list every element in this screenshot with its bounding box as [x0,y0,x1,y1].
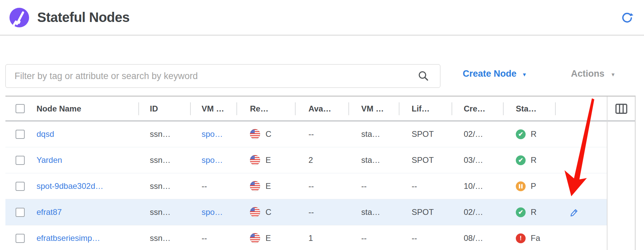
lifecycle-cell: SPOT [399,147,452,173]
vm-status-cell: sta… [348,199,399,225]
table-row[interactable]: efratbseriesimp… ssn… -- E 1 -- -- 08/… … [5,225,607,250]
lifecycle-cell: -- [399,225,452,250]
status-icon: ✔ [516,129,526,139]
availability-cell: -- [295,121,348,147]
status-icon: ✔ [516,207,526,217]
col-header-node-name[interactable]: Node Name [31,97,138,121]
row-actions-cell [555,147,607,173]
created-cell: 02/… [452,199,503,225]
region-label: E [266,233,271,243]
status-label: R [531,129,536,139]
create-node-label: Create Node [463,69,516,79]
col-header-vm[interactable]: VM … [190,97,236,121]
region-cell: C [236,199,295,225]
table-header-row: Node Name ID VM … Re… Ava… VM … Lif… Cre… [5,97,607,121]
refresh-button[interactable] [620,10,635,25]
row-select-cell [5,147,31,173]
vm-status-cell: sta… [348,121,399,147]
row-actions-cell [555,199,607,225]
col-header-region[interactable]: Re… [236,97,295,121]
create-node-button[interactable]: Create Node ▼ [463,69,527,79]
actions-button[interactable]: Actions ▼ [571,69,616,79]
table-body: dqsd ssn… spo… C -- sta… SPOT 02/… ✔ R Y… [5,121,607,250]
region-label: C [266,207,271,217]
col-header-id[interactable]: ID [138,97,190,121]
vm-cell: spo… [190,147,236,173]
row-checkbox[interactable] [16,130,25,139]
node-name-link[interactable]: dqsd [31,121,138,147]
vm-cell: spo… [190,121,236,147]
availability-cell: 2 [295,147,348,173]
row-select-cell [5,199,31,225]
spot-logo-icon [9,8,29,27]
created-cell: 03/… [452,147,503,173]
node-name-link[interactable]: efratbseriesimp… [31,225,138,250]
col-header-availability[interactable]: Ava… [295,97,348,121]
toolbar: Create Node ▼ Actions ▼ [0,35,644,96]
status-label: R [531,207,536,217]
vm-status-cell: sta… [348,147,399,173]
page-title: Stateful Nodes [37,10,130,25]
vm-cell: -- [190,173,236,199]
status-cell: ✔ R [503,121,555,147]
table-row[interactable]: efrat87 ssn… spo… C -- sta… SPOT 02/… ✔ … [5,199,607,225]
node-id-cell: ssn… [138,147,190,173]
region-cell: C [236,121,295,147]
column-picker-icon[interactable] [615,102,628,115]
edit-pencil-icon[interactable] [569,207,579,217]
status-label: Fa [531,233,540,243]
region-cell: E [236,225,295,250]
node-id-cell: ssn… [138,121,190,147]
created-cell: 10/… [452,173,503,199]
row-checkbox[interactable] [16,156,25,165]
row-actions-cell [555,225,607,250]
status-icon: ! [516,233,526,243]
col-header-actions [555,97,607,121]
status-cell: P [503,173,555,199]
us-flag-icon [250,155,260,165]
select-all-checkbox[interactable] [16,104,25,113]
status-icon: ✔ [516,155,526,165]
vm-cell: spo… [190,199,236,225]
node-name-link[interactable]: spot-9dbae302d… [31,173,138,199]
actions-label: Actions [571,69,604,79]
col-header-vm-status[interactable]: VM … [348,97,399,121]
availability-cell: 1 [295,225,348,250]
lifecycle-cell: SPOT [399,199,452,225]
table-row[interactable]: dqsd ssn… spo… C -- sta… SPOT 02/… ✔ R [5,121,607,147]
col-header-status[interactable]: Sta… [503,97,555,121]
col-header-lifecycle[interactable]: Lif… [399,97,452,121]
row-checkbox[interactable] [16,182,25,191]
status-cell: ! Fa [503,225,555,250]
node-name-link[interactable]: efrat87 [31,199,138,225]
table-row[interactable]: spot-9dbae302d… ssn… -- E -- -- -- 10/… … [5,173,607,199]
us-flag-icon [250,181,260,191]
row-select-cell [5,173,31,199]
vm-status-cell: -- [348,173,399,199]
created-cell: 08/… [452,225,503,250]
row-select-cell [5,225,31,250]
col-header-created[interactable]: Cre… [452,97,503,121]
region-label: C [266,129,271,139]
filter-input[interactable] [5,64,440,88]
nodes-table: Node Name ID VM … Re… Ava… VM … Lif… Cre… [5,96,636,250]
region-label: E [266,181,271,191]
table-row[interactable]: Yarden ssn… spo… E 2 sta… SPOT 03/… ✔ R [5,147,607,173]
stateful-nodes-page: Stateful Nodes Create Node ▼ Actions ▼ [0,0,644,250]
status-icon [516,181,526,191]
node-id-cell: ssn… [138,199,190,225]
status-label: P [531,181,536,191]
availability-cell: -- [295,199,348,225]
select-all-cell [5,97,31,121]
row-checkbox[interactable] [16,234,25,243]
search-icon[interactable] [417,70,430,82]
filter-field [5,64,440,88]
node-name-link[interactable]: Yarden [31,147,138,173]
status-label: R [531,155,536,165]
chevron-down-icon: ▼ [522,72,527,77]
refresh-icon [620,11,634,24]
row-checkbox[interactable] [16,208,25,217]
app-header: Stateful Nodes [0,0,644,35]
node-id-cell: ssn… [138,225,190,250]
region-label: E [266,155,271,165]
